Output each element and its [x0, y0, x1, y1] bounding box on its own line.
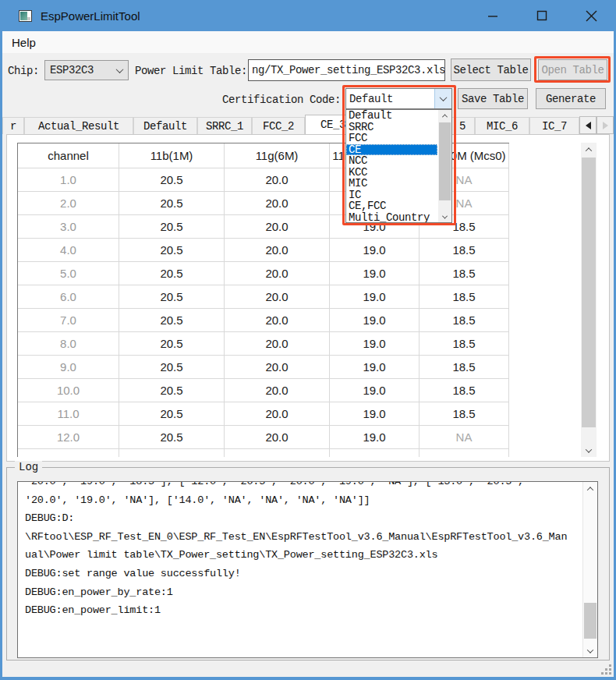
table-cell[interactable]: 20.5: [119, 285, 225, 309]
resize-grip[interactable]: [600, 664, 612, 675]
tab-scroll-right-button[interactable]: [597, 116, 614, 134]
table-scrollbar-thumb[interactable]: [582, 158, 596, 427]
power-limit-table-input[interactable]: ng/TX_Power_setting_ESP32C3.xls: [248, 59, 445, 81]
table-cell[interactable]: 11.0: [18, 402, 119, 426]
table-cell[interactable]: 9.0: [18, 356, 119, 379]
tab-MIC_6[interactable]: MIC_6: [475, 117, 529, 134]
maximize-button[interactable]: [517, 0, 566, 31]
dropdown-scrollbar-thumb[interactable]: [439, 122, 451, 200]
table-cell[interactable]: 20.5: [119, 168, 225, 192]
table-scrollbar[interactable]: [581, 143, 597, 457]
close-button[interactable]: [567, 0, 616, 31]
table-cell[interactable]: 20.5: [119, 356, 225, 379]
table-cell[interactable]: 20.0: [225, 239, 330, 262]
table-cell[interactable]: 19.0: [330, 356, 420, 379]
table-cell[interactable]: 7.0: [18, 309, 119, 332]
tab-Actual_Result[interactable]: Actual_Result: [24, 117, 133, 134]
table-cell[interactable]: 18.5: [420, 379, 509, 402]
table-cell[interactable]: 20.0: [225, 402, 330, 426]
table-cell[interactable]: 19.0: [330, 332, 420, 356]
dropdown-scrollbar[interactable]: [438, 110, 451, 222]
scroll-up-arrow[interactable]: [438, 110, 451, 121]
save-table-button[interactable]: Save Table: [458, 88, 528, 109]
table-cell[interactable]: 20.0: [225, 192, 330, 215]
dropdown-option-MIC[interactable]: MIC: [346, 178, 451, 189]
table-cell[interactable]: 19.0: [330, 379, 420, 402]
table-cell[interactable]: 20.5: [119, 192, 225, 215]
select-table-button[interactable]: Select Table: [451, 58, 531, 81]
minimize-button[interactable]: [468, 0, 517, 31]
tab-IC_7[interactable]: IC_7: [529, 117, 579, 134]
table-cell[interactable]: 20.5: [119, 262, 225, 285]
dropdown-option-SRRC[interactable]: SRRC: [346, 122, 451, 133]
table-cell[interactable]: 19.0: [330, 262, 420, 285]
scroll-up-arrow[interactable]: [581, 143, 597, 156]
table-cell[interactable]: 19.0: [330, 426, 420, 449]
table-cell[interactable]: 20.5: [119, 402, 225, 426]
table-cell[interactable]: 18.5: [420, 239, 509, 262]
table-cell[interactable]: 4.0: [18, 239, 119, 262]
table-cell[interactable]: 1.0: [18, 168, 119, 192]
table-cell[interactable]: 20.0: [225, 215, 330, 239]
dropdown-option-CE,FCC[interactable]: CE,FCC: [346, 200, 451, 212]
tab-r[interactable]: r: [2, 117, 24, 134]
table-cell[interactable]: 19.0: [330, 285, 420, 309]
table-cell[interactable]: 18.5: [420, 402, 509, 426]
dropdown-option-IC[interactable]: IC: [346, 189, 451, 201]
scroll-down-arrow[interactable]: [438, 211, 451, 222]
table-cell[interactable]: 20.0: [225, 332, 330, 356]
scroll-down-arrow[interactable]: [581, 444, 597, 457]
table-cell[interactable]: 20.0: [225, 426, 330, 449]
dropdown-option-KCC[interactable]: KCC: [346, 167, 451, 179]
table-cell[interactable]: 2.0: [18, 192, 119, 215]
table-cell[interactable]: 6.0: [18, 285, 119, 309]
table-cell[interactable]: 19.0: [330, 239, 420, 262]
log-textarea[interactable]: '20.0', '19.0', '18.5'], ['12.0', '20.5'…: [17, 481, 598, 658]
dropdown-option-Default[interactable]: Default: [346, 110, 451, 122]
table-cell[interactable]: 20.0: [225, 379, 330, 402]
table-cell[interactable]: 10.0: [18, 379, 119, 402]
table-cell[interactable]: 20.5: [119, 379, 225, 402]
log-scrollbar-thumb[interactable]: [584, 603, 597, 639]
table-cell[interactable]: 20.5: [119, 309, 225, 332]
table-cell[interactable]: 18.5: [420, 356, 509, 379]
table-cell[interactable]: 20.0: [225, 356, 330, 379]
certification-dropdown-button[interactable]: [434, 89, 451, 108]
chip-select[interactable]: ESP32C3: [44, 60, 129, 80]
table-cell[interactable]: 20.5: [119, 332, 225, 356]
tab-scroll-left-button[interactable]: [579, 116, 597, 134]
table-cell[interactable]: 20.0: [225, 262, 330, 285]
dropdown-option-FCC[interactable]: FCC: [346, 133, 451, 144]
table-cell[interactable]: 8.0: [18, 332, 119, 356]
table-cell[interactable]: 18.5: [420, 262, 509, 285]
table-cell[interactable]: 20.0: [225, 168, 330, 192]
chip-dropdown-button[interactable]: [111, 61, 128, 80]
table-cell[interactable]: 20.5: [119, 426, 225, 449]
table-cell[interactable]: 19.0: [330, 309, 420, 332]
table-cell[interactable]: 3.0: [18, 215, 119, 239]
dropdown-option-Multi_Country[interactable]: Multi_Country: [346, 212, 451, 224]
log-scrollbar[interactable]: [582, 482, 597, 657]
menu-help[interactable]: Help: [2, 36, 45, 49]
scroll-down-arrow[interactable]: [583, 644, 597, 657]
table-cell[interactable]: 19.0: [330, 449, 420, 457]
open-table-button[interactable]: Open Table: [538, 59, 607, 80]
table-cell[interactable]: NA: [420, 449, 509, 457]
table-cell[interactable]: 13.0: [18, 449, 119, 457]
table-cell[interactable]: 20.5: [119, 449, 225, 457]
table-cell[interactable]: NA: [420, 426, 509, 449]
table-cell[interactable]: 20.0: [225, 309, 330, 332]
table-cell[interactable]: 20.5: [119, 215, 225, 239]
table-cell[interactable]: 18.5: [420, 285, 509, 309]
generate-button[interactable]: Generate: [536, 88, 606, 109]
tab-Default[interactable]: Default: [133, 117, 197, 134]
table-cell[interactable]: 18.5: [420, 309, 509, 332]
tab-FCC_2[interactable]: FCC_2: [252, 117, 305, 134]
table-cell[interactable]: 20.0: [225, 285, 330, 309]
table-cell[interactable]: 20.0: [225, 449, 330, 457]
table-cell[interactable]: 19.0: [330, 402, 420, 426]
dropdown-option-NCC[interactable]: NCC: [346, 155, 451, 167]
scroll-up-arrow[interactable]: [583, 482, 597, 495]
table-cell[interactable]: 5.0: [18, 262, 119, 285]
tab-SRRC_1[interactable]: SRRC_1: [197, 117, 252, 134]
